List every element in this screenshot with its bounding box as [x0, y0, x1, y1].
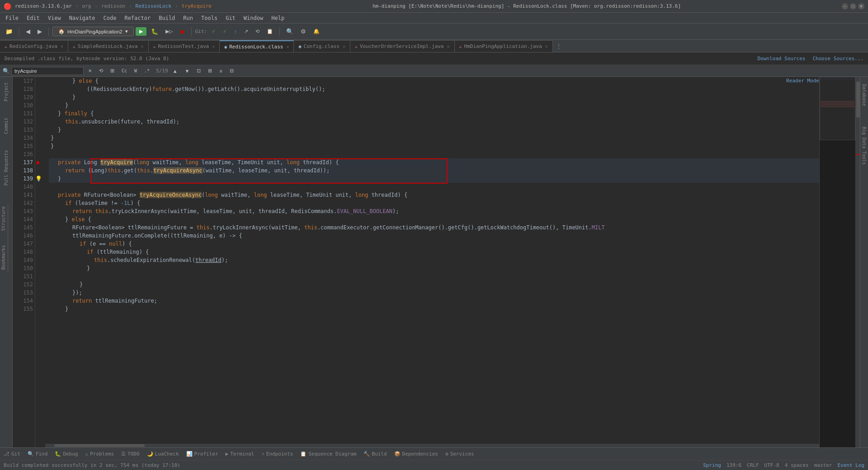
- search-close-button[interactable]: ✕: [85, 67, 94, 75]
- build-tool[interactable]: 🔨 Build: [363, 451, 387, 457]
- git-branch-indicator[interactable]: master: [814, 462, 832, 468]
- tab-close-voucher-order[interactable]: ✕: [447, 44, 450, 49]
- menu-build[interactable]: Build: [155, 14, 179, 22]
- tab-close-hm-application[interactable]: ✕: [545, 44, 548, 49]
- gutter-149: [35, 256, 45, 264]
- vertical-scrollbar-thumb[interactable]: [856, 81, 860, 118]
- download-sources-link[interactable]: Download Sources: [757, 56, 805, 62]
- vertical-scrollbar-container[interactable]: [855, 77, 860, 447]
- back-button[interactable]: ◀: [23, 27, 33, 36]
- dependencies-tool[interactable]: 📦 Dependencies: [394, 451, 438, 457]
- project-sidebar-label[interactable]: Project: [3, 79, 9, 105]
- problems-tool[interactable]: ⚠ Problems: [85, 451, 114, 457]
- find-tool-label: Find: [36, 451, 48, 457]
- structure-label[interactable]: Structure: [0, 204, 8, 233]
- commit-sidebar-label[interactable]: Commit: [3, 114, 9, 138]
- profiler-tool[interactable]: 📊 Profiler: [186, 451, 218, 457]
- line-ending[interactable]: CRLF: [747, 462, 759, 468]
- code-content[interactable]: } else { ((RedissonLockEntry)future.getN…: [45, 77, 819, 447]
- charset-indicator[interactable]: UTF-8: [764, 462, 779, 468]
- pull-requests-sidebar-label[interactable]: Pull Requests: [3, 147, 9, 189]
- line-num-130: 130: [13, 101, 33, 109]
- tab-close-redisson-test[interactable]: ✕: [212, 44, 215, 49]
- menu-view[interactable]: View: [44, 14, 65, 22]
- horizontal-scrollbar-thumb[interactable]: [54, 444, 145, 447]
- menu-code[interactable]: Code: [100, 14, 120, 22]
- git-update-button[interactable]: ✓: [209, 27, 218, 36]
- search-expand-button[interactable]: ⊡: [194, 66, 203, 75]
- tab-simple-redis-lock[interactable]: ☕ SimpleRedisLock.java ✕: [68, 40, 149, 52]
- menu-navigate[interactable]: Navigate: [66, 14, 99, 22]
- menu-tools[interactable]: Tools: [198, 14, 221, 22]
- search-everywhere-button[interactable]: 🔍: [283, 27, 296, 36]
- tab-close-redis-config[interactable]: ✕: [61, 44, 63, 49]
- notifications-button[interactable]: 🔔: [311, 27, 322, 36]
- settings-button[interactable]: ⚙: [298, 27, 309, 36]
- tab-redisson-test[interactable]: ☕ RedissonTest.java ✕: [149, 40, 220, 52]
- endpoints-tool[interactable]: ⚡ Endpoints: [261, 451, 293, 457]
- forward-button[interactable]: ▶: [35, 27, 45, 36]
- search-options-button[interactable]: ⊞: [108, 66, 117, 75]
- search-prev-button[interactable]: ▲: [170, 67, 180, 75]
- title-bar-controls[interactable]: – □ ✕: [842, 3, 864, 9]
- menu-help[interactable]: Help: [268, 14, 288, 22]
- terminal-tool[interactable]: ▶ Terminal: [226, 451, 255, 457]
- run-with-coverage-button[interactable]: ▶▷: [163, 27, 175, 36]
- todo-tool[interactable]: ☰ TODO: [121, 451, 140, 457]
- search-word-btn[interactable]: W: [132, 67, 140, 75]
- project-icon[interactable]: 📁: [3, 27, 15, 36]
- horizontal-scrollbar[interactable]: [45, 444, 819, 447]
- maximize-button[interactable]: □: [850, 3, 856, 9]
- git-commit-button[interactable]: ✓: [220, 27, 230, 36]
- choose-sources-link[interactable]: Choose Sources...: [812, 56, 863, 62]
- menu-git[interactable]: Git: [222, 14, 239, 22]
- menu-run[interactable]: Run: [179, 14, 197, 22]
- git-stash-button[interactable]: 📋: [264, 27, 276, 36]
- menu-refactor[interactable]: Refactor: [121, 14, 154, 22]
- search-next-button[interactable]: ▼: [182, 67, 193, 75]
- tab-voucher-order-service[interactable]: ☕ VoucherOrderServiceImpl.java ✕: [350, 40, 455, 52]
- git-push-button[interactable]: ↑: [231, 28, 240, 36]
- tab-redisson-lock-class[interactable]: ◉ RedissonLock.class ✕: [220, 40, 294, 52]
- menu-edit[interactable]: Edit: [23, 14, 43, 22]
- stop-button[interactable]: ⏹: [177, 28, 188, 36]
- search-close-panel-button[interactable]: ≡: [217, 67, 225, 75]
- menu-file[interactable]: File: [2, 14, 22, 22]
- bookmarks-label[interactable]: Bookmarks: [0, 242, 8, 272]
- tab-close-redisson-lock-class[interactable]: ✕: [286, 44, 289, 49]
- run-config-dropdown[interactable]: 🏠 HmDianPingApplication2 ▾: [52, 27, 134, 36]
- search-input[interactable]: [11, 67, 84, 75]
- database-panel-label[interactable]: Database: [861, 81, 868, 109]
- tab-hm-application[interactable]: ☕ HmDianPingApplication.java ✕: [455, 40, 553, 52]
- search-back-button[interactable]: ⟲: [96, 66, 106, 75]
- tab-redis-config[interactable]: ☕ RedisConfig.java ✕: [0, 40, 68, 52]
- menu-window[interactable]: Window: [240, 14, 267, 22]
- debug-tool[interactable]: 🐛 Debug: [55, 451, 78, 457]
- minimize-button[interactable]: –: [842, 3, 848, 9]
- spring-indicator[interactable]: Spring: [703, 462, 721, 468]
- git-tool[interactable]: ⎇ Git: [4, 451, 20, 457]
- search-match-case-btn[interactable]: Cc: [119, 67, 130, 75]
- cursor-position[interactable]: 139:6: [726, 462, 741, 468]
- debug-button[interactable]: 🐛: [148, 27, 161, 36]
- indent-indicator[interactable]: 4 spaces: [785, 462, 809, 468]
- find-tool[interactable]: 🔍 Find: [28, 451, 48, 457]
- reader-mode-button[interactable]: Reader Mode: [786, 78, 819, 84]
- tab-close-config-class[interactable]: ✕: [343, 44, 345, 49]
- git-pull-button[interactable]: ↗: [241, 27, 251, 36]
- big-data-tools-label[interactable]: Big Data Tools: [861, 123, 868, 168]
- more-tabs-button[interactable]: ⋮: [553, 40, 565, 52]
- close-button[interactable]: ✕: [858, 3, 864, 9]
- search-regex-btn[interactable]: .*: [142, 67, 152, 75]
- luacheck-tool[interactable]: 🌙 LuaCheck: [147, 451, 179, 457]
- git-history-button[interactable]: ⟲: [253, 27, 262, 36]
- run-button[interactable]: ▶: [136, 27, 146, 36]
- search-filter-button[interactable]: ⊟: [227, 66, 236, 75]
- services-tool[interactable]: ⚙ Services: [445, 451, 474, 457]
- sequence-diagram-tool[interactable]: 📋 Sequence Diagram: [300, 451, 356, 457]
- decompiled-notice-bar: Decompiled .class file, bytecode version…: [0, 52, 868, 65]
- search-multiline-button[interactable]: ⊞: [205, 66, 215, 75]
- tab-close-simple-redis[interactable]: ✕: [141, 44, 144, 49]
- tab-config-class[interactable]: ◉ Config.class ✕: [294, 40, 350, 52]
- event-log-indicator[interactable]: Event Log: [837, 462, 864, 468]
